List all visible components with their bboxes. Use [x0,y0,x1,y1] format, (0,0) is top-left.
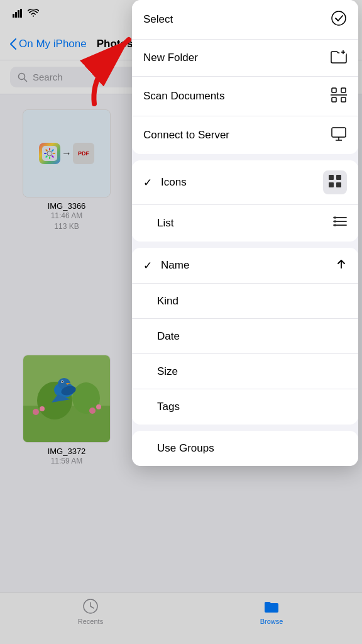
name-check: ✓ [143,259,152,272]
menu-item-kind[interactable]: Kind [132,284,358,319]
svg-rect-66 [332,97,336,102]
menu-section-actions: Select New Folder Scan Documents Co [132,0,358,154]
svg-rect-67 [341,97,346,102]
menu-section-sort: ✓ Name Kind Date Size Tags [132,248,358,425]
use-groups-label: Use Groups [157,442,214,455]
name-label: Name [161,259,189,272]
connect-icon [331,126,347,144]
context-menu: Select New Folder Scan Documents Co [132,0,358,466]
new-folder-icon [331,50,347,66]
menu-item-icons[interactable]: ✓ Icons [132,160,358,205]
list-label: List [157,217,173,230]
menu-item-name[interactable]: ✓ Name [132,248,358,284]
svg-rect-69 [332,128,346,137]
sort-direction-icon [336,258,347,273]
menu-section-view: ✓ Icons List [132,160,358,242]
select-label: Select [143,13,173,26]
menu-item-tags[interactable]: Tags [132,389,358,425]
menu-item-new-folder[interactable]: New Folder [132,40,358,77]
svg-rect-80 [334,220,336,223]
scan-label: Scan Documents [143,90,224,103]
svg-rect-64 [332,88,336,92]
tags-label: Tags [157,401,180,413]
svg-rect-73 [336,175,341,180]
menu-section-groups: Use Groups [132,431,358,466]
scan-icon [331,87,347,106]
grid-icon [323,170,347,194]
icons-label: Icons [161,176,187,189]
kind-label: Kind [157,295,178,308]
select-icon [331,10,347,29]
size-label: Size [157,365,178,378]
date-label: Date [157,330,180,343]
svg-point-60 [332,11,346,25]
svg-rect-65 [341,88,346,92]
svg-rect-81 [334,224,336,226]
menu-item-use-groups[interactable]: Use Groups [132,431,358,466]
icons-check: ✓ [143,176,152,189]
svg-rect-79 [334,216,336,219]
list-view-icon [333,215,347,231]
menu-item-select[interactable]: Select [132,0,358,40]
menu-item-connect[interactable]: Connect to Server [132,116,358,154]
svg-rect-74 [329,182,334,187]
connect-label: Connect to Server [143,129,229,142]
new-folder-label: New Folder [143,52,198,64]
svg-rect-75 [336,182,341,187]
menu-item-scan[interactable]: Scan Documents [132,77,358,116]
menu-item-list[interactable]: List [132,205,358,242]
svg-rect-72 [329,175,334,180]
menu-item-date[interactable]: Date [132,319,358,354]
menu-item-size[interactable]: Size [132,354,358,389]
